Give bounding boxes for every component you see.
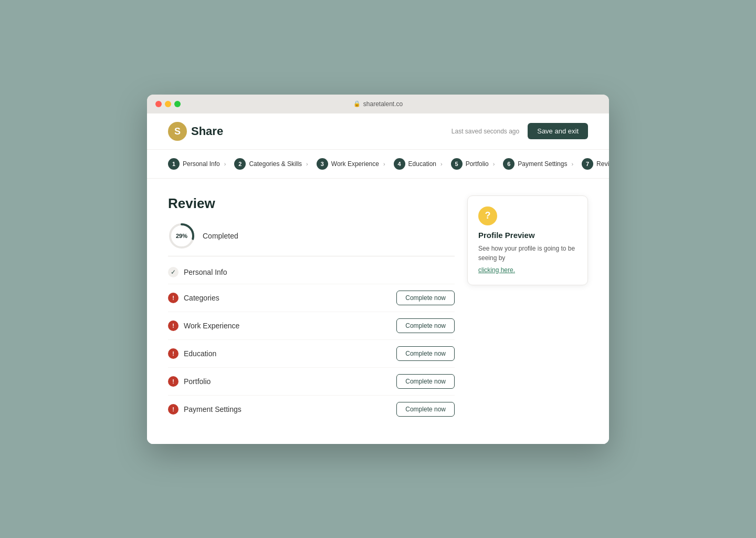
profile-preview-card: ? Profile Preview See how your profile i… xyxy=(467,195,588,285)
review-section: Review 29% Completed ✓ xyxy=(168,195,455,423)
complete-now-work-experience[interactable]: Complete now xyxy=(396,318,455,333)
browser-chrome: 🔒 sharetalent.co xyxy=(147,95,609,113)
divider xyxy=(168,256,455,256)
lock-icon: 🔒 xyxy=(353,100,361,107)
item-name-payment-settings: Payment Settings xyxy=(184,405,242,413)
step-2-label: Categories & Skills xyxy=(249,160,302,168)
close-button[interactable] xyxy=(155,101,162,107)
complete-now-payment-settings[interactable]: Complete now xyxy=(396,402,455,417)
complete-now-categories[interactable]: Complete now xyxy=(396,291,455,305)
item-left-work-experience: ! Work Experience xyxy=(168,320,239,331)
step-review[interactable]: 7 Review xyxy=(582,158,609,170)
traffic-lights xyxy=(155,101,181,107)
item-name-personal-info: Personal Info xyxy=(184,268,227,276)
item-left-education: ! Education xyxy=(168,348,216,359)
complete-now-education[interactable]: Complete now xyxy=(396,346,455,361)
maximize-button[interactable] xyxy=(174,101,181,107)
header-right: Last saved seconds ago Save and exit xyxy=(452,123,588,139)
logo-text: Share xyxy=(191,125,223,138)
complete-now-portfolio[interactable]: Complete now xyxy=(396,374,455,389)
warning-icon-payment-settings: ! xyxy=(168,404,178,415)
item-name-work-experience: Work Experience xyxy=(184,322,239,330)
step-6-chevron: › xyxy=(571,161,573,167)
step-3-chevron: › xyxy=(383,161,385,167)
step-6-label: Payment Settings xyxy=(518,160,567,168)
preview-description: See how your profile is going to be seei… xyxy=(478,244,577,263)
browser-content: S Share Last saved seconds ago Save and … xyxy=(147,113,609,444)
step-4-chevron: › xyxy=(440,161,443,167)
step-7-label: Review xyxy=(596,160,609,168)
review-item-work-experience: ! Work Experience Complete now xyxy=(168,312,455,340)
review-item-categories: ! Categories Complete now xyxy=(168,284,455,312)
step-7-number: 7 xyxy=(582,158,593,170)
main-content: Review 29% Completed ✓ xyxy=(147,179,609,444)
review-item-education: ! Education Complete now xyxy=(168,340,455,368)
progress-row: 29% Completed xyxy=(168,222,455,250)
step-categories[interactable]: 2 Categories & Skills › xyxy=(234,158,308,170)
review-item-personal-info: ✓ Personal Info xyxy=(168,261,455,284)
steps-nav: 1 Personal Info › 2 Categories & Skills … xyxy=(147,150,609,179)
warning-icon-education: ! xyxy=(168,348,178,359)
svg-text:S: S xyxy=(174,126,181,137)
step-2-number: 2 xyxy=(234,158,246,170)
step-personal-info[interactable]: 1 Personal Info › xyxy=(168,158,226,170)
url-bar: 🔒 sharetalent.co xyxy=(353,100,403,108)
item-left-payment-settings: ! Payment Settings xyxy=(168,404,242,415)
step-work-experience[interactable]: 3 Work Experience › xyxy=(317,158,385,170)
step-payment-settings[interactable]: 6 Payment Settings › xyxy=(503,158,573,170)
step-4-number: 4 xyxy=(394,158,405,170)
save-exit-button[interactable]: Save and exit xyxy=(528,123,588,139)
progress-circle: 29% xyxy=(168,222,195,250)
step-3-label: Work Experience xyxy=(331,160,379,168)
preview-question-icon: ? xyxy=(478,206,497,225)
minimize-button[interactable] xyxy=(165,101,171,107)
item-left-categories: ! Categories xyxy=(168,293,219,303)
step-3-number: 3 xyxy=(317,158,328,170)
browser-window: 🔒 sharetalent.co S Share Last saved seco… xyxy=(147,95,609,444)
app-header: S Share Last saved seconds ago Save and … xyxy=(147,113,609,150)
step-5-label: Portfolio xyxy=(466,160,489,168)
warning-icon-portfolio: ! xyxy=(168,376,178,387)
item-name-portfolio: Portfolio xyxy=(184,377,211,386)
step-1-number: 1 xyxy=(168,158,180,170)
last-saved-text: Last saved seconds ago xyxy=(452,128,519,135)
step-2-chevron: › xyxy=(306,161,308,167)
step-6-number: 6 xyxy=(503,158,514,170)
item-name-education: Education xyxy=(184,349,216,358)
step-portfolio[interactable]: 5 Portfolio › xyxy=(451,158,495,170)
review-title: Review xyxy=(168,195,455,212)
step-1-label: Personal Info xyxy=(183,160,220,168)
item-left-personal-info: ✓ Personal Info xyxy=(168,267,227,277)
step-1-chevron: › xyxy=(224,161,226,167)
logo: S Share xyxy=(168,122,223,141)
warning-icon-work-experience: ! xyxy=(168,320,178,331)
review-item-payment-settings: ! Payment Settings Complete now xyxy=(168,396,455,423)
preview-title: Profile Preview xyxy=(478,231,577,240)
item-name-categories: Categories xyxy=(184,294,219,302)
review-item-portfolio: ! Portfolio Complete now xyxy=(168,368,455,396)
logo-icon: S xyxy=(168,122,187,141)
warning-icon-categories: ! xyxy=(168,293,178,303)
progress-text: 29% xyxy=(176,233,187,239)
preview-link[interactable]: clicking here. xyxy=(478,266,515,274)
step-5-chevron: › xyxy=(493,161,495,167)
item-left-portfolio: ! Portfolio xyxy=(168,376,211,387)
check-icon: ✓ xyxy=(168,267,178,277)
step-4-label: Education xyxy=(408,160,436,168)
url-text: sharetalent.co xyxy=(363,100,403,108)
step-5-number: 5 xyxy=(451,158,463,170)
completed-label: Completed xyxy=(203,232,238,240)
step-education[interactable]: 4 Education › xyxy=(394,158,443,170)
